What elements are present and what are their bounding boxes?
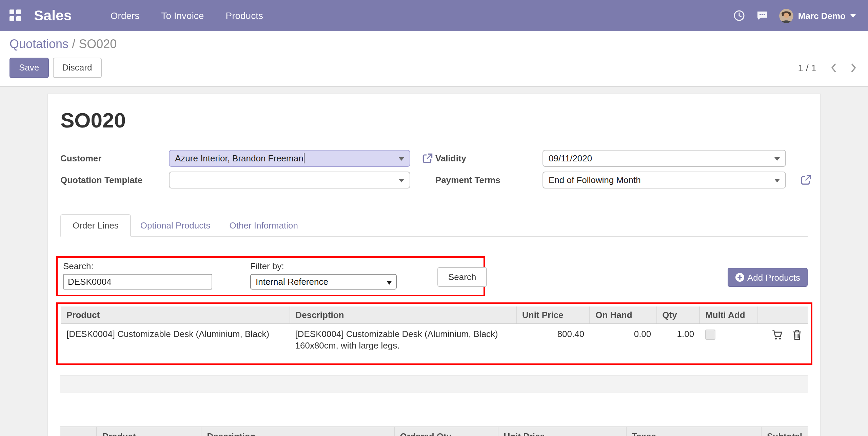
select-caret-icon (387, 280, 392, 284)
validity-value: 09/11/2020 (549, 153, 592, 163)
customer-dropdown-caret-icon[interactable] (399, 157, 404, 160)
form-right-column: Validity 09/11/2020 Payment Terms End of… (435, 150, 808, 189)
qty-cell: 1.00 (656, 324, 699, 355)
apps-grid-square (9, 16, 14, 21)
description-cell: [DESK0004] Customizable Desk (Aluminium,… (290, 324, 517, 355)
validity-label: Validity (435, 153, 542, 163)
header-actions (757, 306, 808, 324)
header-description[interactable]: Description (290, 306, 517, 324)
breadcrumb-current: SO020 (79, 37, 117, 51)
user-menu[interactable]: Marc Demo (779, 8, 856, 23)
header-unit-price[interactable]: Unit Price (516, 306, 590, 324)
pager-previous-icon[interactable] (830, 62, 837, 73)
payment-terms-open-record-icon[interactable] (800, 174, 812, 186)
tab-other-information[interactable]: Other Information (220, 215, 308, 236)
header-on-hand[interactable]: On Hand (590, 306, 656, 324)
delete-trash-icon[interactable] (792, 329, 802, 340)
add-products-label: Add Products (747, 272, 800, 282)
payment-terms-dropdown-caret-icon[interactable] (774, 179, 780, 182)
navbar: Sales Orders To Invoice Products (0, 0, 868, 31)
multi-add-checkbox[interactable] (705, 330, 715, 340)
product-result-row: [DESK0004] Customizable Desk (Aluminium,… (61, 324, 808, 355)
messages-icon[interactable] (756, 9, 768, 22)
nav-item-to-invoice[interactable]: To Invoice (154, 6, 211, 25)
ol-header-product[interactable]: Product (97, 427, 201, 436)
ol-header-subtotal[interactable]: Subtotal (761, 427, 808, 436)
annotation-box-search: Search: Filter by: Internal Reference Se… (56, 256, 485, 296)
ol-header-ordered-qty[interactable]: Ordered Qty (394, 427, 498, 436)
apps-grid-square (9, 9, 14, 14)
breadcrumb-separator: / (72, 37, 75, 51)
order-lines-table: Product Description Ordered Qty Unit Pri… (60, 427, 808, 436)
apps-grid-square (16, 9, 21, 14)
quotation-template-dropdown-caret-icon[interactable] (399, 179, 404, 182)
quotation-template-field[interactable] (169, 172, 410, 189)
search-input[interactable] (63, 274, 212, 290)
tab-optional-products[interactable]: Optional Products (131, 215, 220, 236)
control-panel: Quotations / SO020 Save Discard 1 / 1 (0, 31, 868, 87)
nav-item-orders[interactable]: Orders (103, 6, 147, 25)
search-group: Search: (63, 261, 212, 290)
annotation-box-results: Product Description Unit Price On Hand Q… (56, 302, 812, 365)
apps-menu-icon[interactable] (9, 9, 22, 22)
customer-field[interactable]: Azure Interior, Brandon Freeman (169, 150, 410, 167)
customer-open-record-icon[interactable] (422, 153, 433, 164)
on-hand-cell: 0.00 (590, 324, 656, 355)
add-to-cart-icon[interactable] (772, 329, 783, 340)
quotation-template-cell (169, 172, 410, 189)
apps-grid-square (16, 16, 21, 21)
payment-terms-value: End of Following Month (549, 175, 641, 185)
control-panel-buttons-row: Save Discard 1 / 1 (9, 58, 857, 78)
ol-header-unit-price[interactable]: Unit Price (498, 427, 626, 436)
results-header-row: Product Description Unit Price On Hand Q… (61, 306, 808, 324)
unit-price-cell: 800.40 (516, 324, 590, 355)
form-left-column: Customer Azure Interior, Brandon Freeman… (60, 150, 435, 189)
user-menu-caret-icon (850, 14, 856, 17)
ol-header-taxes[interactable]: Taxes (626, 427, 761, 436)
ol-header-description[interactable]: Description (201, 427, 394, 436)
text-cursor (304, 153, 305, 163)
filter-select[interactable]: Internal Reference (250, 274, 397, 290)
breadcrumb: Quotations / SO020 (9, 37, 857, 52)
payment-terms-cell: End of Following Month (542, 172, 786, 189)
quotation-template-label: Quotation Template (60, 175, 169, 185)
search-label: Search: (63, 261, 212, 271)
customer-label: Customer (60, 153, 169, 163)
customer-cell: Azure Interior, Brandon Freeman (169, 150, 410, 167)
header-qty[interactable]: Qty (656, 306, 699, 324)
validity-dropdown-caret-icon[interactable] (774, 157, 780, 160)
search-button[interactable]: Search (437, 267, 487, 287)
nav-item-products[interactable]: Products (218, 6, 271, 25)
filter-by-label: Filter by: (250, 261, 397, 271)
product-cell[interactable]: [DESK0004] Customizable Desk (Aluminium,… (61, 324, 290, 355)
filter-group: Filter by: Internal Reference (250, 261, 397, 290)
row-actions-cell (757, 324, 808, 355)
tab-order-lines[interactable]: Order Lines (60, 214, 131, 237)
notebook-tabs: Order Lines Optional Products Other Info… (60, 214, 808, 237)
header-multi-add[interactable]: Multi Add (699, 306, 757, 324)
header-product[interactable]: Product (61, 306, 290, 324)
filter-select-value: Internal Reference (256, 277, 328, 287)
order-lines-header-row: Product Description Ordered Qty Unit Pri… (60, 427, 808, 436)
payment-terms-label: Payment Terms (435, 175, 542, 185)
validity-field[interactable]: 09/11/2020 (542, 150, 786, 167)
navbar-right: Marc Demo (733, 8, 856, 23)
user-name: Marc Demo (798, 11, 846, 21)
validity-cell: 09/11/2020 (542, 150, 786, 167)
activities-clock-icon[interactable] (733, 9, 745, 22)
header-handle[interactable] (60, 427, 97, 436)
save-button[interactable]: Save (9, 58, 48, 78)
pager: 1 / 1 (798, 62, 857, 73)
quotation-sheet: SO020 Customer Azure Interior, Brandon F… (47, 94, 821, 436)
pager-next-icon[interactable] (850, 62, 857, 73)
payment-terms-field[interactable]: End of Following Month (542, 172, 786, 189)
add-products-button[interactable]: Add Products (728, 268, 808, 287)
discard-button[interactable]: Discard (53, 58, 101, 78)
content-area: SO020 Customer Azure Interior, Brandon F… (0, 87, 868, 436)
avatar (779, 8, 793, 23)
breadcrumb-quotations-link[interactable]: Quotations (9, 37, 68, 51)
multi-add-cell (699, 324, 757, 355)
plus-circle-icon (735, 273, 745, 282)
top-menu: Orders To Invoice Products (103, 6, 271, 25)
app-title[interactable]: Sales (34, 7, 72, 24)
